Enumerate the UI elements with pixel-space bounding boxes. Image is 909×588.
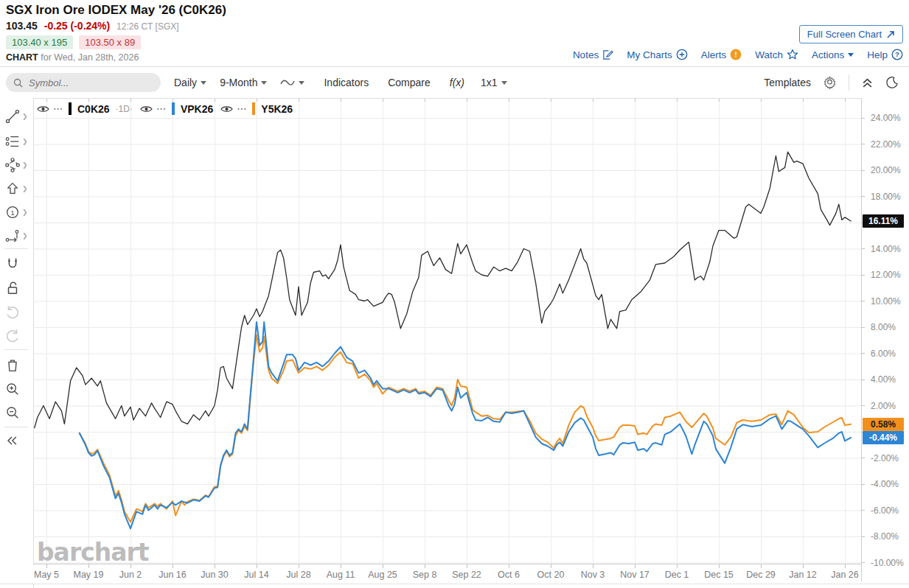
plus-circle-icon: [676, 49, 688, 60]
caret-down-icon: [261, 81, 267, 85]
axis-tick: [509, 564, 509, 568]
eye-visibility-icon[interactable]: [220, 105, 233, 113]
chevron-right-icon: ❯: [22, 209, 28, 216]
legend-item-y5k26[interactable]: ⋯Y5K26: [220, 102, 293, 115]
shapes-tool[interactable]: ❯: [4, 155, 29, 175]
series-menu-icon[interactable]: ⋯: [53, 103, 63, 114]
chart-type-dropdown[interactable]: [280, 78, 304, 87]
question-circle-icon: ?: [891, 49, 903, 60]
alerts-link[interactable]: Alerts !: [701, 49, 742, 60]
caret-down-icon: [201, 81, 206, 85]
alert-warning-icon: !: [730, 49, 742, 60]
eye-visibility-icon[interactable]: [37, 105, 49, 113]
collapse-sidebar-button[interactable]: [4, 431, 29, 450]
grid-layout-dropdown[interactable]: 1x1: [481, 77, 507, 88]
magnet-snap-tool[interactable]: [4, 254, 29, 273]
settings-gear-icon[interactable]: [823, 76, 837, 90]
compare-button[interactable]: Compare: [388, 77, 431, 88]
zoom-in-tool[interactable]: [4, 379, 29, 399]
axis-tick: [425, 564, 425, 568]
caret-down-icon: [501, 81, 507, 85]
templates-button[interactable]: Templates: [764, 77, 811, 88]
period-dropdown[interactable]: Daily: [174, 77, 206, 88]
legend-item-c0k26[interactable]: ⋯C0K26·1D·: [37, 102, 133, 115]
redo-button[interactable]: [4, 326, 29, 345]
percent-axis-label: 12.00%: [871, 270, 901, 280]
toolbar-divider: [849, 74, 849, 91]
quote-time: 12:26 CT [SGX]: [116, 21, 179, 32]
fibonacci-tool[interactable]: ❯: [4, 132, 29, 151]
series-line-c0k26[interactable]: [35, 152, 851, 428]
date-axis-label: Sep 22: [452, 570, 481, 580]
alerts-label: Alerts: [701, 49, 727, 60]
range-dropdown[interactable]: 9-Month: [220, 77, 267, 88]
legend-item-vpk26[interactable]: ⋯VPK26: [140, 102, 213, 115]
measure-tool[interactable]: ❯: [4, 226, 29, 245]
chevron-right-icon: ❯: [22, 232, 28, 239]
series-menu-icon[interactable]: ⋯: [156, 103, 167, 114]
bottom-divider: [0, 584, 909, 584]
ask-chip: 103.50 x 89: [79, 35, 141, 49]
sidebar-divider: [4, 349, 28, 350]
eye-visibility-icon[interactable]: [140, 105, 153, 113]
star-icon: [787, 49, 798, 60]
header-links: Notes My Charts Alerts ! Watch Actions H…: [573, 49, 903, 60]
date-axis-label: Dec 29: [746, 570, 776, 580]
last-value-badge-c0k26: 16.11%: [863, 214, 904, 228]
svg-text:?: ?: [895, 50, 899, 58]
chart-label: CHART: [6, 52, 38, 63]
series-menu-icon[interactable]: ⋯: [237, 103, 247, 114]
help-link[interactable]: Help ?: [867, 49, 903, 60]
my-charts-label: My Charts: [627, 49, 672, 60]
chevron-right-icon: ❯: [22, 185, 28, 192]
notes-link[interactable]: Notes: [573, 49, 613, 60]
chart-legend: ⋯C0K26·1D·⋯VPK26⋯Y5K26: [37, 102, 293, 115]
arrow-annotation-tool[interactable]: ❯: [4, 179, 29, 198]
symbol-input[interactable]: [27, 77, 141, 89]
axis-tick: [88, 564, 89, 568]
zoom-out-tool[interactable]: [4, 403, 29, 422]
fx-button[interactable]: f(x): [450, 77, 464, 88]
percent-axis-label: -8.00%: [871, 531, 899, 542]
search-icon: [13, 78, 23, 88]
series-symbol: C0K26: [77, 103, 110, 115]
percent-axis[interactable]: 24.00%22.00%20.00%18.00%14.00%12.00%10.0…: [861, 98, 909, 564]
axis-tick: [173, 564, 173, 568]
chart-plot-area[interactable]: [33, 98, 861, 564]
barchart-watermark: barchart: [37, 538, 149, 567]
series-color-bar: [172, 102, 175, 115]
dark-mode-moon-icon[interactable]: [885, 76, 899, 89]
collapse-toolbar-icon[interactable]: [861, 77, 874, 89]
watch-link[interactable]: Watch: [755, 49, 798, 60]
axis-tick: [341, 564, 341, 568]
date-axis-label: Oct 20: [537, 570, 565, 580]
price-chart-svg[interactable]: [33, 98, 861, 564]
symbol-search[interactable]: [6, 73, 161, 92]
chart-for-text: for Wed, Jan 28th, 2026: [41, 52, 139, 63]
percent-axis-label: 6.00%: [871, 349, 896, 359]
chevron-right-icon: ❯: [22, 138, 28, 145]
date-axis-label: Jun 2: [119, 570, 142, 580]
indicators-button[interactable]: Indicators: [324, 77, 369, 88]
date-axis-label: Dec 1: [665, 570, 689, 580]
axis-tick: [215, 564, 215, 568]
percent-axis-label: 10.00%: [871, 296, 901, 307]
indicators-label: Indicators: [324, 77, 369, 88]
trendline-tool[interactable]: ❯: [4, 107, 29, 126]
series-line-y5k26[interactable]: [80, 335, 851, 522]
axis-tick: [551, 564, 551, 568]
number-annotation-tool[interactable]: 1 ❯: [4, 203, 29, 222]
axis-tick: [257, 564, 257, 568]
fullscreen-chart-button[interactable]: Full Screen Chart: [799, 25, 903, 43]
axis-tick: [677, 564, 678, 568]
bid-chip: 103.40 x 195: [6, 35, 73, 49]
my-charts-link[interactable]: My Charts: [627, 49, 688, 60]
unlock-drawings-tool[interactable]: [4, 279, 29, 298]
undo-button[interactable]: [4, 302, 29, 321]
actions-menu[interactable]: Actions: [812, 49, 854, 60]
delete-drawings-tool[interactable]: [4, 356, 29, 375]
series-symbol: Y5K26: [261, 103, 293, 115]
date-axis[interactable]: May 5May 19Jun 2Jun 16Jun 30Jul 14Jul 28…: [33, 564, 861, 584]
date-axis-label: May 19: [74, 570, 104, 580]
axis-tick: [845, 564, 846, 568]
